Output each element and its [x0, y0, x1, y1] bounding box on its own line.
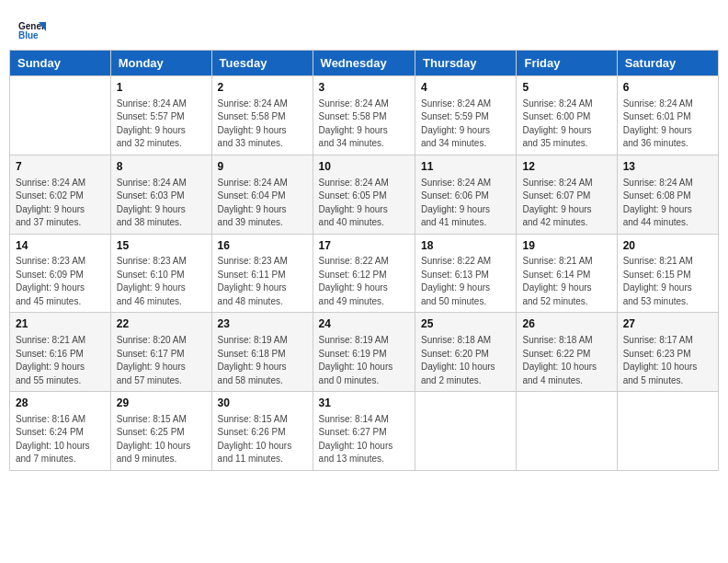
day-number: 5	[522, 80, 610, 96]
calendar-cell: 10Sunrise: 8:24 AM Sunset: 6:05 PM Dayli…	[313, 155, 415, 234]
calendar-week-row: 21Sunrise: 8:21 AM Sunset: 6:16 PM Dayli…	[10, 313, 719, 392]
day-info: Sunrise: 8:20 AM Sunset: 6:17 PM Dayligh…	[117, 334, 206, 387]
day-info: Sunrise: 8:18 AM Sunset: 6:20 PM Dayligh…	[421, 334, 510, 387]
day-info: Sunrise: 8:24 AM Sunset: 6:00 PM Dayligh…	[522, 98, 610, 151]
header-day-monday: Monday	[110, 51, 211, 76]
day-number: 12	[522, 159, 610, 175]
header-day-tuesday: Tuesday	[211, 51, 313, 76]
day-number: 23	[218, 316, 307, 332]
calendar-cell: 20Sunrise: 8:21 AM Sunset: 6:15 PM Dayli…	[617, 234, 718, 313]
day-info: Sunrise: 8:24 AM Sunset: 5:57 PM Dayligh…	[117, 98, 206, 151]
calendar-cell: 24Sunrise: 8:19 AM Sunset: 6:19 PM Dayli…	[313, 313, 415, 392]
header-day-sunday: Sunday	[10, 51, 111, 76]
day-number: 26	[522, 316, 610, 332]
logo: General Blue	[18, 18, 50, 40]
day-number: 20	[623, 238, 712, 254]
logo-icon: General Blue	[18, 18, 46, 40]
day-info: Sunrise: 8:24 AM Sunset: 6:06 PM Dayligh…	[421, 177, 510, 230]
day-number: 24	[319, 316, 409, 332]
day-number: 13	[623, 159, 712, 175]
day-number: 2	[218, 80, 307, 96]
day-number: 3	[319, 80, 409, 96]
day-info: Sunrise: 8:21 AM Sunset: 6:16 PM Dayligh…	[16, 334, 105, 387]
calendar-cell: 13Sunrise: 8:24 AM Sunset: 6:08 PM Dayli…	[617, 155, 718, 234]
day-info: Sunrise: 8:16 AM Sunset: 6:24 PM Dayligh…	[16, 413, 105, 466]
calendar-week-row: 1Sunrise: 8:24 AM Sunset: 5:57 PM Daylig…	[10, 76, 719, 155]
calendar-cell: 26Sunrise: 8:18 AM Sunset: 6:22 PM Dayli…	[517, 313, 617, 392]
day-number: 19	[522, 238, 610, 254]
day-number: 25	[421, 316, 510, 332]
calendar-cell	[517, 392, 617, 471]
header-day-friday: Friday	[517, 51, 617, 76]
calendar-cell: 2Sunrise: 8:24 AM Sunset: 5:58 PM Daylig…	[211, 76, 313, 155]
day-number: 22	[117, 316, 206, 332]
day-number: 17	[319, 238, 409, 254]
day-info: Sunrise: 8:24 AM Sunset: 6:05 PM Dayligh…	[319, 177, 409, 230]
calendar-cell: 16Sunrise: 8:23 AM Sunset: 6:11 PM Dayli…	[211, 234, 313, 313]
calendar-week-row: 7Sunrise: 8:24 AM Sunset: 6:02 PM Daylig…	[10, 155, 719, 234]
header-day-wednesday: Wednesday	[313, 51, 415, 76]
calendar-cell: 15Sunrise: 8:23 AM Sunset: 6:10 PM Dayli…	[110, 234, 211, 313]
calendar-cell: 8Sunrise: 8:24 AM Sunset: 6:03 PM Daylig…	[110, 155, 211, 234]
day-info: Sunrise: 8:23 AM Sunset: 6:10 PM Dayligh…	[117, 255, 206, 308]
calendar-cell: 22Sunrise: 8:20 AM Sunset: 6:17 PM Dayli…	[110, 313, 211, 392]
day-number: 4	[421, 80, 510, 96]
calendar-header-row: SundayMondayTuesdayWednesdayThursdayFrid…	[10, 51, 719, 76]
day-number: 27	[623, 316, 712, 332]
day-info: Sunrise: 8:24 AM Sunset: 5:58 PM Dayligh…	[218, 98, 307, 151]
day-number: 28	[16, 396, 105, 411]
calendar-cell: 28Sunrise: 8:16 AM Sunset: 6:24 PM Dayli…	[10, 392, 111, 471]
calendar-cell: 30Sunrise: 8:15 AM Sunset: 6:26 PM Dayli…	[211, 392, 313, 471]
calendar-cell: 3Sunrise: 8:24 AM Sunset: 5:58 PM Daylig…	[313, 76, 415, 155]
calendar-cell: 17Sunrise: 8:22 AM Sunset: 6:12 PM Dayli…	[313, 234, 415, 313]
day-number: 8	[117, 159, 206, 175]
day-number: 18	[421, 238, 510, 254]
day-info: Sunrise: 8:19 AM Sunset: 6:18 PM Dayligh…	[218, 334, 307, 387]
day-info: Sunrise: 8:21 AM Sunset: 6:15 PM Dayligh…	[623, 255, 712, 308]
day-info: Sunrise: 8:22 AM Sunset: 6:12 PM Dayligh…	[319, 255, 409, 308]
day-info: Sunrise: 8:24 AM Sunset: 5:58 PM Dayligh…	[319, 98, 409, 151]
day-info: Sunrise: 8:24 AM Sunset: 6:08 PM Dayligh…	[623, 177, 712, 230]
day-info: Sunrise: 8:14 AM Sunset: 6:27 PM Dayligh…	[319, 413, 409, 466]
day-info: Sunrise: 8:21 AM Sunset: 6:14 PM Dayligh…	[522, 255, 610, 308]
day-info: Sunrise: 8:15 AM Sunset: 6:26 PM Dayligh…	[218, 413, 307, 466]
day-info: Sunrise: 8:24 AM Sunset: 6:01 PM Dayligh…	[623, 98, 712, 151]
calendar-cell: 18Sunrise: 8:22 AM Sunset: 6:13 PM Dayli…	[415, 234, 517, 313]
header-day-thursday: Thursday	[415, 51, 517, 76]
calendar-cell	[617, 392, 718, 471]
day-info: Sunrise: 8:24 AM Sunset: 6:04 PM Dayligh…	[218, 177, 307, 230]
calendar-cell: 11Sunrise: 8:24 AM Sunset: 6:06 PM Dayli…	[415, 155, 517, 234]
calendar-cell: 27Sunrise: 8:17 AM Sunset: 6:23 PM Dayli…	[617, 313, 718, 392]
day-info: Sunrise: 8:24 AM Sunset: 6:03 PM Dayligh…	[117, 177, 206, 230]
calendar-week-row: 28Sunrise: 8:16 AM Sunset: 6:24 PM Dayli…	[10, 392, 719, 471]
day-number: 16	[218, 238, 307, 254]
day-info: Sunrise: 8:24 AM Sunset: 6:02 PM Dayligh…	[16, 177, 105, 230]
day-number: 30	[218, 396, 307, 411]
day-info: Sunrise: 8:22 AM Sunset: 6:13 PM Dayligh…	[421, 255, 510, 308]
calendar-week-row: 14Sunrise: 8:23 AM Sunset: 6:09 PM Dayli…	[10, 234, 719, 313]
day-number: 14	[16, 238, 105, 254]
day-info: Sunrise: 8:23 AM Sunset: 6:09 PM Dayligh…	[16, 255, 105, 308]
calendar-cell: 25Sunrise: 8:18 AM Sunset: 6:20 PM Dayli…	[415, 313, 517, 392]
day-info: Sunrise: 8:17 AM Sunset: 6:23 PM Dayligh…	[623, 334, 712, 387]
calendar-cell: 29Sunrise: 8:15 AM Sunset: 6:25 PM Dayli…	[110, 392, 211, 471]
day-number: 6	[623, 80, 712, 96]
calendar-cell: 31Sunrise: 8:14 AM Sunset: 6:27 PM Dayli…	[313, 392, 415, 471]
calendar-cell: 9Sunrise: 8:24 AM Sunset: 6:04 PM Daylig…	[211, 155, 313, 234]
calendar-cell: 12Sunrise: 8:24 AM Sunset: 6:07 PM Dayli…	[517, 155, 617, 234]
calendar-cell: 1Sunrise: 8:24 AM Sunset: 5:57 PM Daylig…	[110, 76, 211, 155]
calendar-cell: 19Sunrise: 8:21 AM Sunset: 6:14 PM Dayli…	[517, 234, 617, 313]
calendar-cell	[10, 76, 111, 155]
day-info: Sunrise: 8:18 AM Sunset: 6:22 PM Dayligh…	[522, 334, 610, 387]
calendar-cell: 7Sunrise: 8:24 AM Sunset: 6:02 PM Daylig…	[10, 155, 111, 234]
page-header: General Blue	[9, 9, 719, 46]
calendar-table: SundayMondayTuesdayWednesdayThursdayFrid…	[9, 50, 719, 471]
calendar-cell: 21Sunrise: 8:21 AM Sunset: 6:16 PM Dayli…	[10, 313, 111, 392]
day-number: 7	[16, 159, 105, 175]
day-number: 10	[319, 159, 409, 175]
day-info: Sunrise: 8:23 AM Sunset: 6:11 PM Dayligh…	[218, 255, 307, 308]
day-info: Sunrise: 8:19 AM Sunset: 6:19 PM Dayligh…	[319, 334, 409, 387]
day-info: Sunrise: 8:24 AM Sunset: 6:07 PM Dayligh…	[522, 177, 610, 230]
calendar-cell: 23Sunrise: 8:19 AM Sunset: 6:18 PM Dayli…	[211, 313, 313, 392]
day-number: 11	[421, 159, 510, 175]
